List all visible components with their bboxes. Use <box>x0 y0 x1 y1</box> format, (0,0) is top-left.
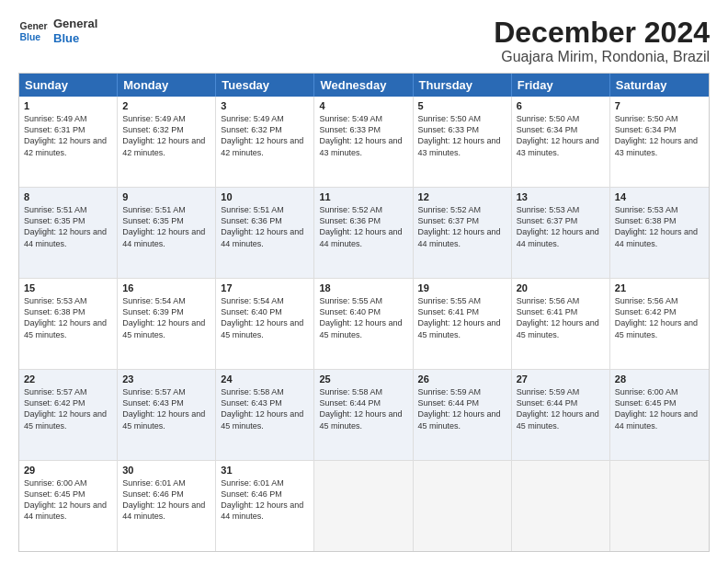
cell-w2-d5: 12 Sunrise: 5:52 AM Sunset: 6:37 PM Dayl… <box>414 188 512 278</box>
cell-w5-d7 <box>610 461 709 551</box>
sunrise: Sunrise: 5:55 AM <box>319 296 382 305</box>
day-number: 3 <box>221 100 309 111</box>
daylight: Daylight: 12 hours and 44 minutes. <box>615 227 698 247</box>
cell-w3-d2: 16 Sunrise: 5:54 AM Sunset: 6:39 PM Dayl… <box>118 279 216 369</box>
sunset: Sunset: 6:40 PM <box>221 307 282 316</box>
day-number: 11 <box>319 191 407 202</box>
sunset: Sunset: 6:33 PM <box>319 125 381 134</box>
cell-info: Sunrise: 5:55 AM Sunset: 6:41 PM Dayligh… <box>418 295 506 340</box>
cell-info: Sunrise: 5:51 AM Sunset: 6:36 PM Dayligh… <box>221 204 309 249</box>
sunrise: Sunrise: 5:51 AM <box>221 205 284 214</box>
daylight: Daylight: 12 hours and 45 minutes. <box>122 409 205 430</box>
cell-w5-d3: 31 Sunrise: 6:01 AM Sunset: 6:46 PM Dayl… <box>216 461 314 551</box>
cell-info: Sunrise: 6:00 AM Sunset: 6:45 PM Dayligh… <box>615 386 704 431</box>
day-number: 6 <box>517 100 605 111</box>
sunrise: Sunrise: 5:50 AM <box>418 114 482 123</box>
day-number: 27 <box>517 373 605 385</box>
cell-w5-d1: 29 Sunrise: 6:00 AM Sunset: 6:45 PM Dayl… <box>19 461 118 551</box>
calendar-header: Sunday Monday Tuesday Wednesday Thursday… <box>19 74 709 97</box>
day-number: 10 <box>221 191 309 202</box>
cell-info: Sunrise: 5:49 AM Sunset: 6:32 PM Dayligh… <box>221 113 309 158</box>
cell-info: Sunrise: 5:49 AM Sunset: 6:32 PM Dayligh… <box>122 113 210 158</box>
day-number: 4 <box>319 100 407 111</box>
daylight: Daylight: 12 hours and 43 minutes. <box>517 136 599 156</box>
day-number: 21 <box>615 282 704 293</box>
daylight: Daylight: 12 hours and 44 minutes. <box>221 500 303 521</box>
daylight: Daylight: 12 hours and 42 minutes. <box>24 136 107 156</box>
cell-w3-d1: 15 Sunrise: 5:53 AM Sunset: 6:38 PM Dayl… <box>19 279 118 369</box>
sunset: Sunset: 6:36 PM <box>319 216 381 225</box>
cell-w3-d6: 20 Sunrise: 5:56 AM Sunset: 6:41 PM Dayl… <box>512 279 610 369</box>
cell-w5-d6 <box>512 461 610 551</box>
cell-w3-d4: 18 Sunrise: 5:55 AM Sunset: 6:40 PM Dayl… <box>314 279 413 369</box>
daylight: Daylight: 12 hours and 45 minutes. <box>615 318 698 339</box>
cell-w1-d3: 3 Sunrise: 5:49 AM Sunset: 6:32 PM Dayli… <box>216 97 314 187</box>
cell-info: Sunrise: 5:52 AM Sunset: 6:36 PM Dayligh… <box>319 204 407 249</box>
header-monday: Monday <box>118 74 216 97</box>
daylight: Daylight: 12 hours and 44 minutes. <box>122 500 205 521</box>
sunrise: Sunrise: 5:53 AM <box>24 296 87 305</box>
cell-w3-d5: 19 Sunrise: 5:55 AM Sunset: 6:41 PM Dayl… <box>414 279 512 369</box>
cell-w2-d1: 8 Sunrise: 5:51 AM Sunset: 6:35 PM Dayli… <box>19 188 118 278</box>
sunrise: Sunrise: 5:52 AM <box>418 205 482 214</box>
daylight: Daylight: 12 hours and 45 minutes. <box>221 409 303 430</box>
cell-w3-d7: 21 Sunrise: 5:56 AM Sunset: 6:42 PM Dayl… <box>610 279 709 369</box>
day-number: 13 <box>517 191 605 202</box>
day-number: 7 <box>615 100 704 111</box>
cell-info: Sunrise: 6:01 AM Sunset: 6:46 PM Dayligh… <box>122 477 210 523</box>
calendar-body: 1 Sunrise: 5:49 AM Sunset: 6:31 PM Dayli… <box>19 97 709 551</box>
week-row-1: 1 Sunrise: 5:49 AM Sunset: 6:31 PM Dayli… <box>19 97 709 188</box>
day-number: 18 <box>319 282 407 293</box>
sunset: Sunset: 6:33 PM <box>418 125 480 134</box>
logo-line1: General <box>53 17 97 31</box>
sunset: Sunset: 6:45 PM <box>615 398 677 408</box>
day-number: 16 <box>122 282 210 293</box>
cell-info: Sunrise: 6:01 AM Sunset: 6:46 PM Dayligh… <box>221 477 309 523</box>
daylight: Daylight: 12 hours and 44 minutes. <box>122 227 205 247</box>
sunset: Sunset: 6:32 PM <box>221 125 282 134</box>
week-row-3: 15 Sunrise: 5:53 AM Sunset: 6:38 PM Dayl… <box>19 279 709 370</box>
sunrise: Sunrise: 6:01 AM <box>221 478 284 488</box>
cell-w2-d6: 13 Sunrise: 5:53 AM Sunset: 6:37 PM Dayl… <box>512 188 610 278</box>
daylight: Daylight: 12 hours and 45 minutes. <box>418 318 501 339</box>
daylight: Daylight: 12 hours and 44 minutes. <box>418 227 501 247</box>
sunset: Sunset: 6:31 PM <box>24 125 85 134</box>
cell-info: Sunrise: 5:49 AM Sunset: 6:33 PM Dayligh… <box>319 113 407 158</box>
sunrise: Sunrise: 5:59 AM <box>418 387 482 396</box>
sunrise: Sunrise: 5:58 AM <box>221 387 284 396</box>
cell-w4-d7: 28 Sunrise: 6:00 AM Sunset: 6:45 PM Dayl… <box>610 370 709 460</box>
sunset: Sunset: 6:46 PM <box>221 489 282 499</box>
cell-w5-d5 <box>414 461 512 551</box>
sunset: Sunset: 6:37 PM <box>418 216 480 225</box>
day-number: 19 <box>418 282 506 293</box>
page: General Blue General Blue December 2024 … <box>0 0 728 563</box>
cell-w2-d3: 10 Sunrise: 5:51 AM Sunset: 6:36 PM Dayl… <box>216 188 314 278</box>
sunrise: Sunrise: 5:52 AM <box>319 205 382 214</box>
daylight: Daylight: 12 hours and 43 minutes. <box>615 136 698 156</box>
daylight: Daylight: 12 hours and 43 minutes. <box>418 136 501 156</box>
cell-info: Sunrise: 5:58 AM Sunset: 6:43 PM Dayligh… <box>221 386 309 431</box>
sunset: Sunset: 6:34 PM <box>517 125 578 134</box>
sunset: Sunset: 6:36 PM <box>221 216 282 225</box>
sunset: Sunset: 6:40 PM <box>319 307 381 316</box>
daylight: Daylight: 12 hours and 45 minutes. <box>418 409 501 430</box>
cell-info: Sunrise: 6:00 AM Sunset: 6:45 PM Dayligh… <box>24 477 112 523</box>
day-number: 14 <box>615 191 704 202</box>
header-tuesday: Tuesday <box>216 74 314 97</box>
sunrise: Sunrise: 5:51 AM <box>24 205 87 214</box>
day-number: 26 <box>418 373 506 385</box>
sunrise: Sunrise: 5:57 AM <box>24 387 87 396</box>
sunrise: Sunrise: 5:49 AM <box>319 114 382 123</box>
daylight: Daylight: 12 hours and 44 minutes. <box>221 227 303 247</box>
cell-info: Sunrise: 5:56 AM Sunset: 6:41 PM Dayligh… <box>517 295 605 340</box>
sunrise: Sunrise: 5:58 AM <box>319 387 382 396</box>
sunrise: Sunrise: 5:54 AM <box>122 296 186 305</box>
sunrise: Sunrise: 5:56 AM <box>517 296 580 305</box>
sunrise: Sunrise: 5:53 AM <box>517 205 580 214</box>
day-number: 30 <box>122 465 210 476</box>
cell-w5-d4 <box>314 461 413 551</box>
sunset: Sunset: 6:43 PM <box>122 398 184 408</box>
daylight: Daylight: 12 hours and 44 minutes. <box>319 227 402 247</box>
cell-w4-d6: 27 Sunrise: 5:59 AM Sunset: 6:44 PM Dayl… <box>512 370 610 460</box>
cell-info: Sunrise: 5:53 AM Sunset: 6:38 PM Dayligh… <box>615 204 704 249</box>
